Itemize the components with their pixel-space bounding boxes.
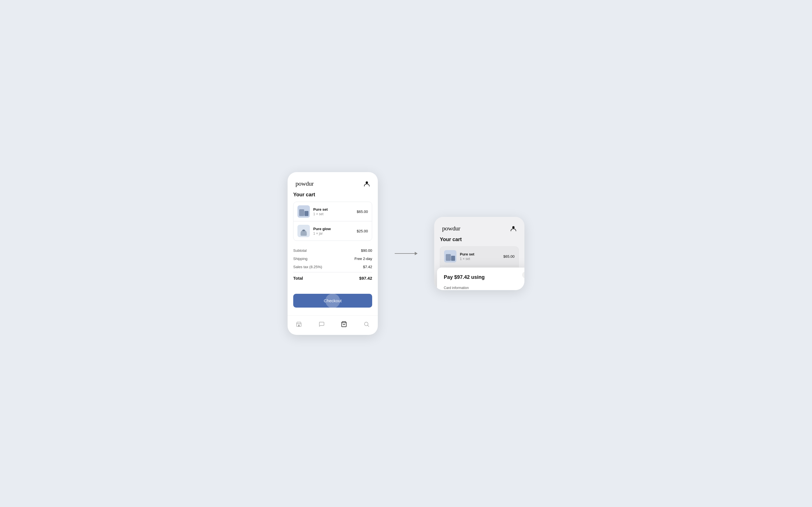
cart-item-1-qty: 1 × jar — [313, 231, 353, 235]
right-panel: powdur Your cart Pure set 1 × set $65.00 — [434, 217, 524, 290]
svg-rect-2 — [298, 325, 300, 327]
modal-title: Pay $97.42 using — [444, 274, 524, 280]
cart-item-0-name: Pure set — [313, 207, 353, 212]
nav-search-icon[interactable] — [363, 320, 370, 328]
cart-item-0-price: $65.00 — [357, 210, 368, 214]
order-summary: Subtotal $90.00 Shipping Free 2-day Sale… — [288, 241, 378, 283]
nav-store-icon[interactable] — [295, 320, 303, 328]
tax-label: Sales tax (8.25%) — [293, 265, 322, 269]
right-pure-set-image — [444, 250, 456, 263]
brand-logo-right: powdur — [442, 225, 460, 232]
right-cart-item-0: Pure set 1 × set $65.00 — [440, 247, 518, 266]
checkout-button-label: Checkout — [324, 298, 342, 303]
scene: powdur Your cart Pure set 1 × set $65.00 — [271, 155, 541, 352]
tax-row: Sales tax (8.25%) $7.42 — [293, 263, 372, 271]
transition-arrow — [395, 253, 417, 254]
left-cart-section: Your cart Pure set 1 × set $65.00 Pure g… — [288, 192, 378, 241]
left-phone-header: powdur — [288, 172, 378, 192]
right-panel-header: powdur — [434, 217, 524, 237]
checkout-button[interactable]: Checkout — [293, 294, 372, 307]
subtotal-value: $90.00 — [361, 248, 372, 252]
cart-item-1: Pure glow 1 × jar $25.00 — [294, 221, 372, 240]
user-icon-left — [364, 180, 370, 187]
cart-item-1-price: $25.00 — [357, 229, 368, 233]
right-cart-title: Your cart — [440, 237, 519, 242]
subtotal-label: Subtotal — [293, 248, 307, 252]
svg-point-0 — [366, 181, 368, 184]
cart-item-1-info: Pure glow 1 × jar — [313, 227, 353, 235]
total-label: Total — [293, 276, 303, 281]
left-phone: powdur Your cart Pure set 1 × set $65.00 — [288, 172, 378, 335]
cart-item-0-qty: 1 × set — [313, 212, 353, 216]
left-cart-items-box: Pure set 1 × set $65.00 Pure glow 1 × ja… — [293, 202, 372, 241]
pure-glow-image — [297, 225, 310, 237]
total-value: $97.42 — [359, 276, 372, 281]
total-row: Total $97.42 — [293, 272, 372, 283]
left-cart-title: Your cart — [293, 192, 372, 198]
right-cart-item-0-name: Pure set — [460, 252, 500, 256]
subtotal-row: Subtotal $90.00 — [293, 246, 372, 255]
bottom-nav — [288, 316, 378, 335]
shipping-row: Shipping Free 2-day — [293, 255, 372, 263]
svg-point-6 — [512, 226, 515, 228]
payment-modal: × Pay $97.42 using Card information Card… — [437, 268, 524, 290]
arrow-line — [395, 253, 417, 254]
right-cart-item-0-price: $65.00 — [503, 255, 515, 259]
right-cart-item-0-info: Pure set 1 × set — [460, 252, 500, 261]
nav-cart-icon[interactable] — [340, 320, 348, 328]
pure-set-image — [297, 205, 310, 218]
brand-logo-left: powdur — [296, 180, 313, 187]
user-icon-right — [510, 225, 516, 231]
nav-chat-icon[interactable] — [317, 320, 325, 328]
right-cart-item-0-qty: 1 × set — [460, 257, 500, 261]
cart-item-0: Pure set 1 × set $65.00 — [294, 202, 372, 221]
svg-line-5 — [368, 325, 369, 327]
checkout-area: Checkout — [288, 283, 378, 313]
shipping-label: Shipping — [293, 257, 308, 261]
card-info-label: Card information — [444, 286, 524, 290]
cart-item-0-info: Pure set 1 × set — [313, 207, 353, 216]
cart-item-1-name: Pure glow — [313, 227, 353, 231]
tax-value: $7.42 — [363, 265, 372, 269]
shipping-value: Free 2-day — [354, 257, 372, 261]
